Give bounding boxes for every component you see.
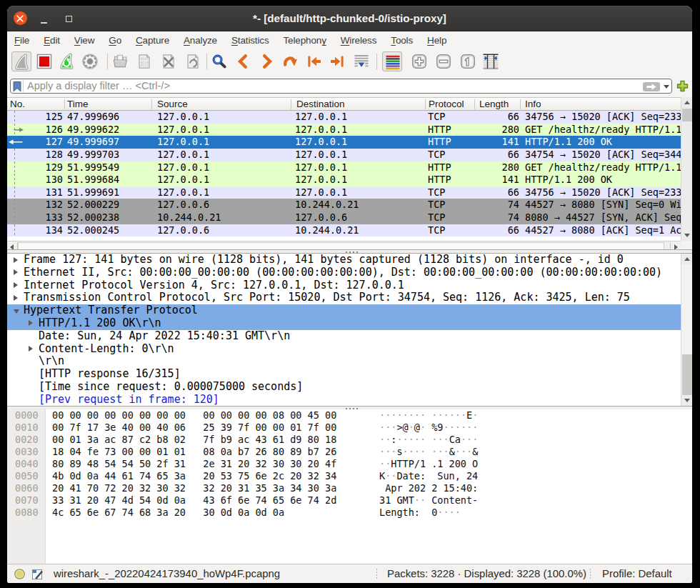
go-back-button[interactable]: [233, 51, 253, 71]
expand-arrow-icon[interactable]: [29, 320, 33, 326]
expand-arrow-icon[interactable]: [14, 282, 18, 288]
profile-indicator[interactable]: Profile: Default: [602, 564, 672, 583]
display-filter-input[interactable]: Apply a display filter … <Ctrl-/>: [10, 79, 672, 94]
detail-vertical-scrollbar[interactable]: [681, 254, 692, 406]
hex-row-0070[interactable]: 007033 31 20 47 4d 54 0d 0a 43 6f 6e 74 …: [7, 494, 692, 507]
zoom-original-button[interactable]: [458, 51, 478, 71]
detail-row[interactable]: [Time since request: 0.000075000 seconds…: [7, 381, 681, 394]
packet-row-133[interactable]: 13352.00023810.244.0.21127.0.0.6TCP74808…: [7, 211, 681, 224]
capture-options-button[interactable]: [80, 51, 100, 71]
hex-row-0000[interactable]: 000000 00 00 00 00 00 00 00 00 00 00 00 …: [7, 409, 692, 422]
go-forward-button[interactable]: [257, 51, 277, 71]
go-to-packet-button[interactable]: [280, 51, 300, 71]
menu-file[interactable]: File: [7, 32, 36, 49]
scroll-down-button[interactable]: [681, 395, 692, 406]
menu-wireless[interactable]: Wireless: [334, 32, 384, 49]
column-header-time[interactable]: Time: [67, 98, 89, 111]
detail-row[interactable]: Transmission Control Protocol, Src Port:…: [7, 291, 681, 304]
filter-bookmark-icon[interactable]: [11, 81, 23, 92]
column-separator[interactable]: [520, 99, 521, 109]
menu-capture[interactable]: Capture: [129, 32, 176, 49]
hex-row-0010[interactable]: 001000 7f 17 3e 40 00 40 06 25 39 7f 00 …: [7, 422, 692, 434]
scrollbar-thumb[interactable]: [682, 354, 692, 401]
detail-row[interactable]: Hypertext Transfer Protocol: [7, 304, 681, 317]
scrollbar-thumb[interactable]: [682, 109, 692, 121]
menu-edit[interactable]: Edit: [36, 32, 67, 49]
menu-go[interactable]: Go: [101, 32, 129, 49]
capture-comment-button[interactable]: [31, 568, 44, 580]
detail-row[interactable]: \r\n: [7, 355, 681, 368]
column-header-length[interactable]: Length: [479, 98, 509, 111]
expand-arrow-icon[interactable]: [29, 346, 33, 352]
stop-capture-button[interactable]: [34, 51, 54, 71]
reload-file-button[interactable]: [183, 51, 203, 71]
scroll-up-button[interactable]: [681, 97, 692, 108]
auto-scroll-button[interactable]: [351, 51, 371, 71]
column-header-no[interactable]: No.: [10, 98, 25, 111]
colorize-packets-button[interactable]: [382, 51, 402, 71]
packet-row-129[interactable]: 12951.999549127.0.0.1127.0.0.1HTTP280GET…: [7, 161, 681, 174]
filter-dropdown-caret[interactable]: [664, 85, 669, 89]
start-capture-button[interactable]: [11, 51, 31, 71]
column-separator[interactable]: [151, 99, 152, 109]
zoom-in-button[interactable]: [409, 51, 429, 71]
hex-row-0020[interactable]: 002000 01 3a ac 87 c2 b8 02 7f b9 ac 43 …: [7, 434, 692, 446]
packet-row-126[interactable]: 12649.999622127.0.0.1127.0.0.1HTTP280GET…: [7, 124, 681, 136]
menu-tools[interactable]: Tools: [384, 32, 420, 49]
packet-row-131[interactable]: 13151.999691127.0.0.1127.0.0.1TCP6634756…: [7, 186, 681, 199]
scroll-down-button[interactable]: [681, 230, 692, 241]
hex-row-0030[interactable]: 003018 04 fe 73 00 00 01 01 08 0a b7 26 …: [7, 446, 692, 458]
restart-capture-button[interactable]: [57, 51, 77, 71]
column-separator[interactable]: [291, 99, 291, 109]
menu-analyze[interactable]: Analyze: [176, 32, 224, 49]
close-file-button[interactable]: [159, 51, 179, 71]
column-separator[interactable]: [64, 99, 65, 109]
scroll-up-button[interactable]: [681, 254, 692, 264]
packet-list-vertical-scrollbar[interactable]: [681, 97, 692, 241]
detail-row[interactable]: Content-Length: 0\r\n: [7, 343, 681, 356]
resize-columns-button[interactable]: [481, 51, 501, 71]
column-header-info[interactable]: Info: [525, 98, 541, 111]
detail-row[interactable]: Internet Protocol Version 4, Src: 127.0.…: [7, 279, 681, 292]
menu-view[interactable]: View: [67, 32, 101, 49]
add-filter-button[interactable]: [676, 79, 689, 93]
save-file-button[interactable]: 010101100111: [134, 51, 154, 71]
find-packet-button[interactable]: [209, 51, 229, 71]
column-header-destination[interactable]: Destination: [296, 98, 345, 111]
packet-row-132[interactable]: 13252.000229127.0.0.610.244.0.21TCP74445…: [7, 199, 681, 211]
column-separator[interactable]: [425, 99, 426, 109]
go-last-button[interactable]: [327, 51, 347, 71]
expand-arrow-icon[interactable]: [14, 257, 18, 263]
wireshark-window: *- [default/http-chunked-0/istio-proxy] …: [7, 6, 692, 583]
detail-row[interactable]: Ethernet II, Src: 00:00:00_00:00:00 (00:…: [7, 266, 681, 279]
packet-row-127[interactable]: 12749.999697127.0.0.1127.0.0.1HTTP141HTT…: [7, 136, 681, 149]
packet-row-125[interactable]: 12547.999696127.0.0.1127.0.0.1TCP6634756…: [7, 111, 681, 124]
collapse-arrow-icon[interactable]: [14, 309, 19, 314]
expand-arrow-icon[interactable]: [14, 295, 18, 301]
column-header-protocol[interactable]: Protocol: [429, 98, 464, 111]
menu-telephony[interactable]: Telephony: [276, 32, 334, 49]
expand-arrow-icon[interactable]: [14, 269, 18, 275]
expert-info-button[interactable]: [14, 568, 26, 580]
detail-row[interactable]: [HTTP response 16/315]: [7, 368, 681, 381]
hex-row-0040[interactable]: 004080 89 48 54 54 50 2f 31 2e 31 20 32 …: [7, 458, 692, 470]
detail-row[interactable]: HTTP/1.1 200 OK\r\n: [7, 317, 681, 330]
packet-row-128[interactable]: 12849.999703127.0.0.1127.0.0.1TCP6634754…: [7, 149, 681, 161]
hex-row-0080[interactable]: 00804c 65 6e 67 74 68 3a 20 30 0d 0a 0d …: [7, 507, 692, 519]
open-file-button[interactable]: [110, 51, 130, 71]
detail-row[interactable]: Date: Sun, 24 Apr 2022 15:40:31 GMT\r\n: [7, 330, 681, 343]
menu-help[interactable]: Help: [420, 32, 454, 49]
go-first-button[interactable]: [304, 51, 324, 71]
packet-counts: Packets: 3228 · Displayed: 3228 (100.0%): [387, 564, 586, 583]
filter-apply-button[interactable]: [643, 82, 660, 91]
hex-row-0050[interactable]: 00504b 0d 0a 44 61 74 65 3a 20 53 75 6e …: [7, 470, 692, 482]
packet-row-130[interactable]: 13051.999684127.0.0.1127.0.0.1HTTP141HTT…: [7, 174, 681, 186]
menu-statistics[interactable]: Statistics: [224, 32, 276, 49]
zoom-out-button[interactable]: [434, 51, 454, 71]
column-header-source[interactable]: Source: [157, 98, 188, 111]
hex-row-0060[interactable]: 006020 41 70 72 20 32 30 32 32 20 31 35 …: [7, 482, 692, 494]
detail-row[interactable]: Frame 127: 141 bytes on wire (1128 bits)…: [7, 254, 681, 266]
column-separator[interactable]: [474, 99, 475, 109]
packet-row-134[interactable]: 13452.000245127.0.0.610.244.0.21TCP66445…: [7, 224, 681, 237]
detail-row[interactable]: [Prev request in frame: 120]: [7, 394, 681, 406]
